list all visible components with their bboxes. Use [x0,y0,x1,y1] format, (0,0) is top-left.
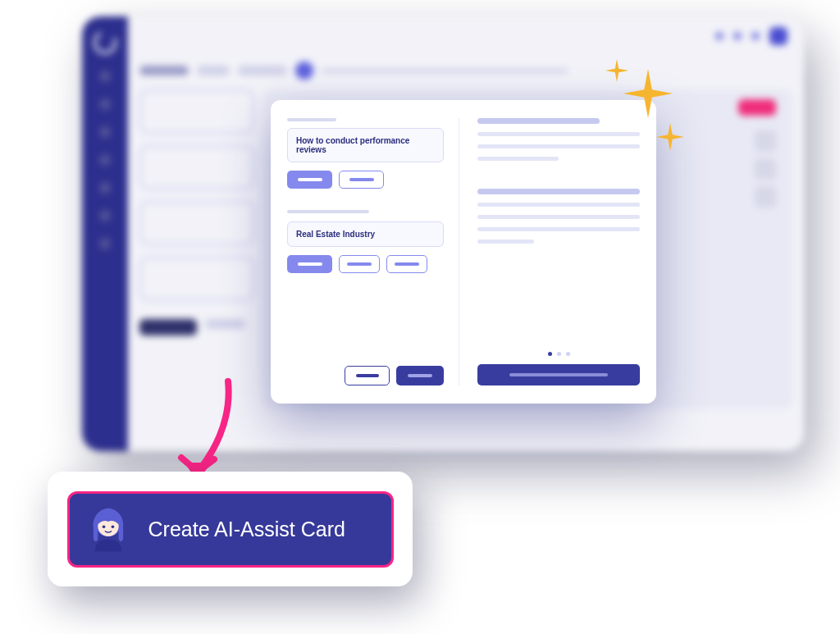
placeholder-bar [139,66,189,75]
preview-line [477,215,640,219]
topbar-avatar [769,27,788,45]
preview-line [477,227,640,231]
accent-badge [738,99,776,116]
sidebar-nav-dot [99,182,111,194]
app-header [139,62,792,80]
preview-heading [477,118,600,124]
placeholder-bar [238,66,287,75]
context-input[interactable]: Real Estate Industry [287,221,444,247]
suggestion-pills [287,255,444,273]
preview-line [477,144,640,148]
sparkle-icon [605,59,628,82]
placeholder-card [139,201,254,245]
sidebar-nav-dot [99,71,111,82]
create-ai-assist-card-button[interactable]: Create AI-Assist Card [67,491,394,568]
app-sidebar [82,16,128,451]
preview-line [477,157,559,161]
sidebar-nav-dot [99,238,111,249]
ai-avatar-icon [84,505,132,553]
topbar-dot [715,32,724,40]
placeholder-box [755,130,776,152]
placeholder-box [755,158,776,180]
primary-button[interactable] [396,366,444,385]
svg-point-2 [102,525,105,528]
ai-assist-modal: How to conduct performance reviews Real … [271,100,656,404]
placeholder-box [755,186,776,208]
suggestion-pill-selected[interactable] [287,255,332,273]
sidebar-nav-dot [99,210,111,221]
sidebar-nav-dot [99,98,111,110]
modal-left-panel: How to conduct performance reviews Real … [287,118,459,385]
placeholder-bar [205,319,246,329]
suggestion-pills [287,171,444,189]
preview-line [477,132,640,136]
sidebar-nav-dot [99,126,111,138]
suggestion-pill-selected[interactable] [287,171,332,189]
promo-stage: How to conduct performance reviews Real … [0,0,840,634]
callout-card: Create AI-Assist Card [48,472,413,586]
suggestion-pill[interactable] [339,255,380,273]
dot [566,352,570,356]
dot-active [548,352,552,356]
preview-line [477,239,534,244]
preview-cta-button[interactable] [477,364,640,385]
modal-preview-panel [459,118,640,385]
step-indicator-dot [295,62,313,80]
field-label-placeholder [287,118,336,121]
placeholder-card [139,145,254,189]
topbar-dot [733,32,742,40]
topic-input[interactable]: How to conduct performance reviews [287,128,444,162]
dot [557,352,561,356]
sidebar-nav-dot [99,154,111,166]
field-label-placeholder [287,210,369,213]
preview-text-block [477,118,640,244]
secondary-button[interactable] [345,366,390,385]
placeholder-bar [197,66,230,75]
placeholder-button [139,319,197,335]
create-button-label: Create AI-Assist Card [148,518,345,541]
preview-heading [477,189,640,194]
app-left-column [139,89,254,409]
topbar-dot [751,32,760,40]
app-topbar [128,16,804,56]
pagination-dots[interactable] [477,352,640,356]
svg-point-3 [111,525,114,528]
placeholder-bar [322,69,568,73]
app-logo [90,28,120,57]
placeholder-card [139,257,254,301]
sparkle-icon [656,123,684,151]
sparkle-icon [623,69,673,118]
modal-footer-left [287,366,444,385]
suggestion-pill[interactable] [339,171,384,189]
suggestion-pill[interactable] [386,255,427,273]
preview-line [477,203,640,207]
placeholder-card [139,89,254,134]
